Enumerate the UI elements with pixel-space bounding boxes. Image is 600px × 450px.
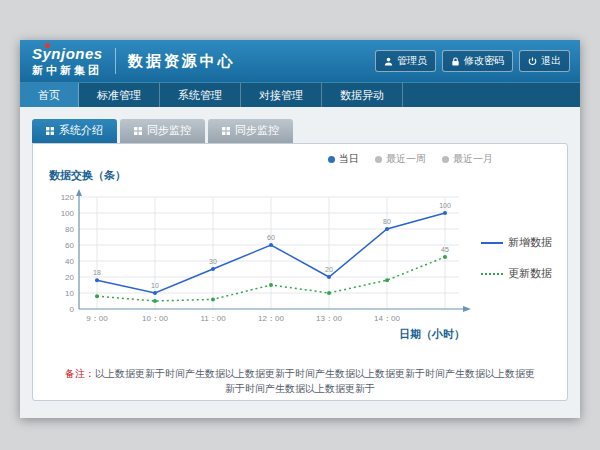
svg-text:60: 60 xyxy=(65,241,74,250)
svg-text:60: 60 xyxy=(267,234,275,241)
svg-text:10: 10 xyxy=(65,289,74,298)
logo-red-dot-icon xyxy=(45,43,50,48)
tab-active[interactable]: 系统介绍 xyxy=(32,119,117,143)
header-divider xyxy=(115,48,116,74)
grid-icon xyxy=(222,125,230,137)
time-filter-option[interactable]: 最近一周 xyxy=(375,152,426,166)
svg-text:120: 120 xyxy=(61,193,75,202)
nav-item[interactable]: 对接管理 xyxy=(241,83,322,107)
chart-row: 010204060801001209：0010：0011：0012：0013：0… xyxy=(47,187,553,329)
power-icon xyxy=(528,57,537,66)
logo-subtitle: 新中新集团 xyxy=(32,64,103,76)
app-window: Synjones 新中新集团 数据资源中心 管理员修改密码退出 首页标准管理系统… xyxy=(20,40,580,418)
company-logo: Synjones 新中新集团 xyxy=(30,46,103,77)
grid-icon xyxy=(46,125,54,137)
line-chart: 010204060801001209：0010：0011：0012：0013：0… xyxy=(47,187,477,329)
logo-text: Synjones xyxy=(32,46,103,63)
legend-dot-icon xyxy=(328,156,335,163)
svg-text:14：00: 14：00 xyxy=(374,314,400,323)
svg-text:13：00: 13：00 xyxy=(316,314,342,323)
user-icon xyxy=(384,57,393,66)
time-filter-option[interactable]: 当日 xyxy=(328,152,359,166)
time-filter-legend: 当日最近一周最近一月 xyxy=(47,152,553,166)
legend-dot-icon xyxy=(375,156,382,163)
svg-text:45: 45 xyxy=(441,246,449,253)
grid-icon xyxy=(134,125,142,137)
series-line-icon xyxy=(481,242,503,244)
svg-text:10：00: 10：00 xyxy=(142,314,168,323)
app-header: Synjones 新中新集团 数据资源中心 管理员修改密码退出 xyxy=(20,40,580,82)
change-password-button[interactable]: 修改密码 xyxy=(442,50,513,72)
svg-text:100: 100 xyxy=(61,209,75,218)
lock-icon xyxy=(451,57,460,66)
svg-text:20: 20 xyxy=(65,273,74,282)
x-axis-title: 日期（小时） xyxy=(47,327,553,342)
svg-text:12：00: 12：00 xyxy=(258,314,284,323)
time-filter-option[interactable]: 最近一月 xyxy=(442,152,493,166)
footnote-prefix: 备注： xyxy=(65,368,95,379)
nav-item[interactable]: 系统管理 xyxy=(160,83,241,107)
tab-bar: 系统介绍同步监控同步监控 xyxy=(32,119,568,143)
svg-text:80: 80 xyxy=(383,218,391,225)
series-legend: 新增数据更新数据 xyxy=(477,187,553,329)
page-content: 系统介绍同步监控同步监控 当日最近一周最近一月 数据交换（条） 01020406… xyxy=(20,107,580,401)
svg-text:100: 100 xyxy=(439,202,451,209)
series-legend-item: 更新数据 xyxy=(481,266,553,281)
legend-dot-icon xyxy=(442,156,449,163)
svg-text:80: 80 xyxy=(65,225,74,234)
main-navbar: 首页标准管理系统管理对接管理数据异动 xyxy=(20,82,580,107)
tab-inactive[interactable]: 同步监控 xyxy=(120,119,205,143)
svg-text:40: 40 xyxy=(65,257,74,266)
svg-text:0: 0 xyxy=(70,305,75,314)
footnote-text: 以上数据更新于时间产生数据以上数据更新于时间产生数据以上数据更新于时间产生数据以… xyxy=(95,368,535,394)
admin-user-button[interactable]: 管理员 xyxy=(375,50,436,72)
header-actions: 管理员修改密码退出 xyxy=(375,50,570,72)
series-legend-item: 新增数据 xyxy=(481,235,553,250)
y-axis-title: 数据交换（条） xyxy=(49,168,553,183)
logout-button[interactable]: 退出 xyxy=(519,50,570,72)
chart-panel: 当日最近一周最近一月 数据交换（条） 010204060801001209：00… xyxy=(32,143,568,401)
svg-text:11：00: 11：00 xyxy=(200,314,226,323)
nav-item[interactable]: 标准管理 xyxy=(79,83,160,107)
app-title: 数据资源中心 xyxy=(128,52,236,71)
nav-item[interactable]: 首页 xyxy=(20,83,79,107)
svg-text:20: 20 xyxy=(325,266,333,273)
series-line-icon xyxy=(481,273,503,275)
nav-item[interactable]: 数据异动 xyxy=(322,83,403,107)
svg-text:10: 10 xyxy=(151,282,159,289)
tab-inactive[interactable]: 同步监控 xyxy=(208,119,293,143)
svg-text:30: 30 xyxy=(209,258,217,265)
svg-text:18: 18 xyxy=(93,269,101,276)
svg-text:9：00: 9：00 xyxy=(86,314,108,323)
footnote: 备注：以上数据更新于时间产生数据以上数据更新于时间产生数据以上数据更新于时间产生… xyxy=(47,366,553,396)
